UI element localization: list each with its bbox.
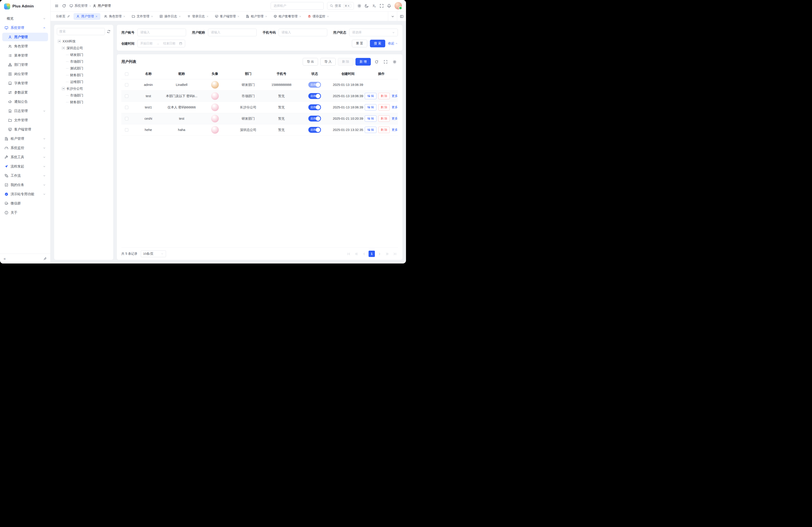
close-tab-icon[interactable] [327, 15, 329, 18]
page-prev-icon[interactable] [361, 251, 367, 257]
status-toggle[interactable]: 启用 [308, 93, 321, 99]
user-status-select[interactable]: 请选择 [349, 29, 398, 36]
import-button[interactable]: 导 入 [320, 58, 336, 65]
reset-button[interactable]: 重 置 [352, 40, 367, 47]
sidebar-item-param-settings[interactable]: 参数设置 [2, 88, 48, 97]
status-toggle[interactable]: 启用 [308, 127, 321, 133]
close-tab-icon[interactable] [96, 15, 98, 18]
row-delete-button[interactable]: 删 除 [378, 127, 390, 133]
table-settings-icon[interactable] [391, 58, 398, 65]
table-refresh-icon[interactable] [373, 58, 380, 65]
close-tab-icon[interactable] [237, 15, 240, 18]
add-button[interactable]: 新 增 [356, 58, 371, 65]
tab-role-management[interactable]: 角色管理 [101, 13, 128, 20]
refresh-page-icon[interactable] [62, 4, 66, 8]
status-toggle[interactable]: 启用 [308, 82, 321, 88]
row-checkbox[interactable] [125, 83, 128, 87]
tab-operation-log[interactable]: 操作日志 [157, 13, 184, 20]
sidebar-item-workflow[interactable]: 工作流 [2, 171, 48, 180]
bulk-delete-button[interactable]: 删 除 [338, 58, 353, 65]
sidebar-item-system-management[interactable]: 系统管理 [2, 24, 48, 32]
close-tab-icon[interactable] [179, 15, 181, 18]
sidebar-item-user-management[interactable]: 用户管理 [2, 33, 48, 41]
page-size-select[interactable]: 10条/页 [141, 251, 166, 257]
fullscreen-icon[interactable] [380, 4, 384, 8]
row-delete-button[interactable]: 删 除 [378, 93, 390, 99]
tree-node-ops-dept[interactable]: 运维部门 [57, 78, 111, 85]
page-prev-double-icon[interactable] [353, 251, 360, 257]
date-range-input[interactable]: 开始日期 → 结束日期 [137, 40, 185, 47]
breadcrumb-item-system-management[interactable]: 系统管理 [70, 4, 88, 8]
export-button[interactable]: 导 出 [303, 58, 318, 65]
page-first-icon[interactable] [346, 251, 352, 257]
sidebar-item-about[interactable]: 关于 [2, 208, 48, 217]
sidebar-item-wechat-group[interactable]: 微信群 [2, 199, 48, 208]
sidebar-item-process-initiate[interactable]: 流程发起 [2, 162, 48, 171]
close-tab-icon[interactable] [206, 15, 209, 18]
sidebar-item-system-tools[interactable]: 系统工具 [2, 153, 48, 161]
edit-button[interactable]: 编 辑 [365, 127, 376, 133]
tree-collapse-icon[interactable] [62, 87, 65, 90]
close-tab-icon[interactable] [123, 15, 126, 18]
tree-collapse-icon[interactable] [58, 40, 61, 43]
tree-refresh-icon[interactable] [107, 30, 111, 33]
tree-node-rd-dept[interactable]: 研发部门 [57, 51, 111, 58]
tree-node-market-dept[interactable]: 市场部门 [57, 58, 111, 65]
tree-node-company-root[interactable]: XXX科技 [57, 38, 111, 45]
tree-search-input[interactable]: 搜索 [57, 28, 105, 35]
global-search[interactable]: 搜索 ⌘ K [327, 2, 354, 10]
tree-node-finance-dept-cs[interactable]: 财务部门 [57, 99, 111, 105]
row-delete-button[interactable]: 删 除 [378, 116, 390, 122]
tabs-dropdown-icon[interactable] [388, 12, 397, 21]
user-account-input[interactable]: 请输入 [137, 29, 186, 36]
sidebar-item-dept-management[interactable]: 部门管理 [2, 60, 48, 69]
sidebar-item-tenant-management[interactable]: 租户管理 [2, 134, 48, 143]
status-toggle[interactable]: 启用 [308, 116, 321, 121]
search-button[interactable]: 搜 索 [370, 40, 385, 47]
sidebar-item-my-tasks[interactable]: 我的任务 [2, 181, 48, 189]
sidebar-item-demo-features[interactable]: 演示站专用功能 [2, 190, 48, 198]
tenant-select[interactable]: 选择租户 [271, 2, 324, 10]
user-nickname-input[interactable]: 请输入 [208, 29, 257, 36]
user-avatar[interactable] [394, 2, 402, 10]
tree-collapse-icon[interactable] [62, 46, 65, 49]
row-checkbox[interactable] [125, 128, 128, 132]
phone-number-input[interactable]: 请输入 [278, 29, 327, 36]
tab-user-management[interactable]: 用户管理 [74, 13, 100, 20]
pin-sidebar-icon[interactable] [43, 257, 47, 260]
sidebar-item-overview[interactable]: 概览 [2, 14, 48, 23]
tab-login-log[interactable]: 登录日志 [185, 13, 211, 20]
sidebar-item-log-management[interactable]: 日志管理 [2, 107, 48, 115]
row-checkbox[interactable] [125, 94, 128, 98]
status-toggle[interactable]: 启用 [308, 104, 321, 110]
row-checkbox[interactable] [125, 106, 128, 109]
tree-node-test-dept[interactable]: 测试部门 [57, 65, 111, 72]
more-link[interactable]: 更多 [392, 94, 398, 98]
close-tab-icon[interactable] [299, 15, 301, 18]
hamburger-menu-icon[interactable] [55, 4, 59, 8]
tree-node-changsha-branch[interactable]: 长沙分公司 [57, 85, 111, 92]
table-fullscreen-icon[interactable] [382, 58, 389, 65]
sidebar-item-menu-management[interactable]: 菜单管理 [2, 51, 48, 60]
sidebar-item-role-management[interactable]: 角色管理 [2, 42, 48, 50]
row-delete-button[interactable]: 删 除 [378, 104, 390, 110]
tree-node-finance-dept[interactable]: 财务部门 [57, 72, 111, 78]
close-tab-icon[interactable] [151, 15, 153, 18]
tabs-layout-icon[interactable] [397, 12, 406, 21]
page-number-current[interactable]: 1 [368, 251, 375, 257]
more-link[interactable]: 更多 [392, 128, 398, 132]
sidebar-item-notice-announcement[interactable]: 通知公告 [2, 97, 48, 106]
tab-analysis-page[interactable]: 分析页 [53, 13, 73, 20]
select-all-checkbox[interactable] [125, 72, 128, 76]
sidebar-item-system-monitor[interactable]: 系统监控 [2, 144, 48, 152]
close-tab-icon[interactable] [265, 15, 267, 18]
tab-client-management[interactable]: 客户端管理 [212, 13, 242, 20]
edit-button[interactable]: 编 辑 [365, 93, 376, 99]
sidebar-item-dict-management[interactable]: 字典管理 [2, 79, 48, 88]
page-last-icon[interactable] [392, 251, 398, 257]
collapse-sidebar-icon[interactable]: « [4, 257, 6, 261]
settings-gear-icon[interactable] [357, 4, 361, 8]
notifications-bell-icon[interactable] [387, 4, 391, 8]
tab-cache-monitor[interactable]: 缓存监控 [305, 13, 332, 20]
breadcrumb-item-user-management[interactable]: 用户管理 [93, 4, 111, 8]
